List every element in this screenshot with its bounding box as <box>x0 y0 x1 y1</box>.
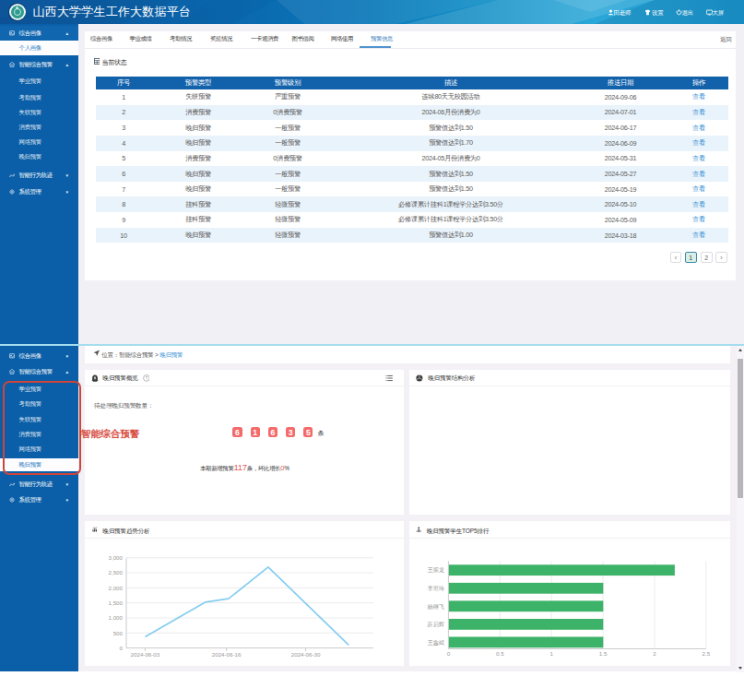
svg-text:杨继飞: 杨继飞 <box>426 602 444 610</box>
svg-text:3,000: 3,000 <box>109 554 124 561</box>
svg-text:2: 2 <box>653 650 656 657</box>
svg-text:1.5: 1.5 <box>599 650 608 657</box>
svg-text:0.5: 0.5 <box>496 650 504 657</box>
svg-text:500: 500 <box>113 629 124 635</box>
svg-text:0: 0 <box>120 644 124 650</box>
svg-text:2024-06-30: 2024-06-30 <box>291 651 321 658</box>
svg-text:2024-06-16: 2024-06-16 <box>212 651 242 658</box>
svg-text:王鑫斌: 王鑫斌 <box>427 638 444 646</box>
svg-text:?: ? <box>145 376 148 381</box>
svg-text:0: 0 <box>447 650 451 657</box>
svg-text:李世玮: 李世玮 <box>427 585 444 591</box>
svg-text:2,000: 2,000 <box>109 584 124 590</box>
svg-text:1,000: 1,000 <box>109 614 124 621</box>
svg-text:王振龙: 王振龙 <box>427 566 444 573</box>
svg-text:2024-06-03: 2024-06-03 <box>131 651 160 658</box>
svg-text:2.5: 2.5 <box>703 650 711 657</box>
svg-text:1,500: 1,500 <box>109 599 124 605</box>
svg-text:2,500: 2,500 <box>109 569 124 575</box>
svg-text:苏启辉: 苏启辉 <box>427 621 444 628</box>
svg-text:1: 1 <box>549 650 553 657</box>
